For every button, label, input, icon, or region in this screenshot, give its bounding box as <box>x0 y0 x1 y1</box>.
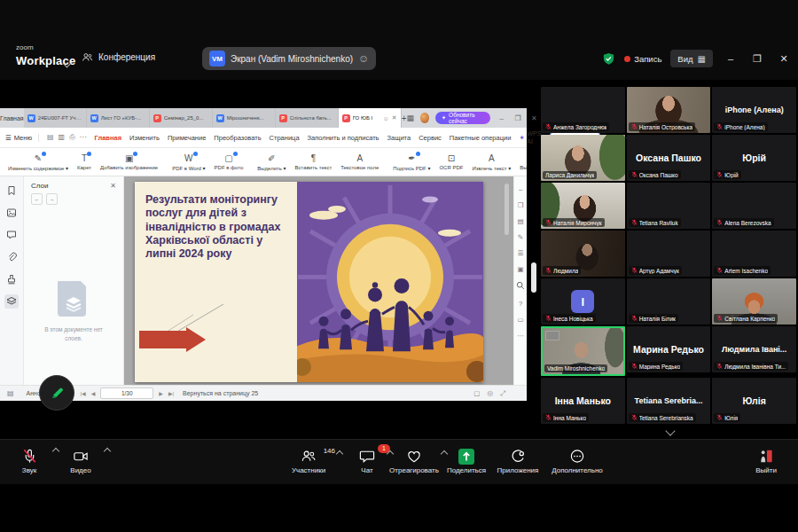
wps-doc-tab-5[interactable]: PГО ЮБ І☺✕ <box>339 108 402 128</box>
page-number-field[interactable]: 1/30 <box>100 387 153 399</box>
wps-doc-tab-3[interactable]: WМірошниченк... <box>213 108 276 128</box>
smiley-icon[interactable]: ☺ <box>383 115 389 121</box>
attachment-icon[interactable] <box>4 250 19 264</box>
wps-doc-tab-0[interactable]: W24EU007-FT Учу... <box>24 108 87 128</box>
more-icon[interactable]: ⋯ <box>517 332 524 340</box>
search-icon[interactable] <box>516 281 525 292</box>
export-icon[interactable]: ▤ <box>517 217 523 225</box>
wps-doc-tab-4[interactable]: PСпільнота бать... <box>276 108 339 128</box>
wps-doc-tab-2[interactable]: PСемінар_25_0... <box>150 108 213 128</box>
participant-tile-5[interactable]: ЮрійЮрій <box>712 135 796 181</box>
save-icon[interactable]: ▥ <box>59 133 66 142</box>
participant-tile-13[interactable]: Наталія Білик <box>627 278 711 325</box>
wps-main-menu-button[interactable]: ☰ Меню <box>5 134 39 142</box>
comment-icon[interactable] <box>4 228 19 242</box>
comment-icon[interactable]: ▭ <box>517 316 523 324</box>
settings-icon[interactable]: ☰ <box>518 249 524 257</box>
panel-resize-handle[interactable] <box>531 262 536 293</box>
video-options-caret[interactable] <box>104 448 111 455</box>
participant-tile-2[interactable]: iPhone (Алена)iPhone (Алена) <box>712 87 796 133</box>
leave-meeting-button[interactable]: Выйти <box>743 446 789 474</box>
menu-item-1[interactable]: Изменить <box>129 134 160 142</box>
wps-close-button[interactable]: ✕ <box>529 114 539 122</box>
more-button[interactable]: Дополнительно <box>543 446 612 474</box>
react-button[interactable]: Отреагировать <box>383 446 445 474</box>
wps-maximize-button[interactable]: ❐ <box>512 114 522 122</box>
stamp-icon[interactable] <box>4 272 19 286</box>
autoscroll-icon[interactable]: ◎ <box>487 389 493 398</box>
thumbnails-icon[interactable] <box>4 206 19 220</box>
menu-item-8[interactable]: Пакетные операции <box>450 134 512 142</box>
participant-tile-3[interactable]: Лариса Данильчук <box>541 135 625 181</box>
menu-item-7[interactable]: Сервис <box>419 134 442 142</box>
participant-tile-20[interactable]: ЮліяЮлія <box>712 378 796 424</box>
document-scrollbar[interactable] <box>505 184 509 235</box>
audio-button[interactable]: Звук <box>7 446 51 474</box>
next-page-icon[interactable]: ▶ <box>159 390 163 396</box>
ocr-button[interactable]: ⊡OCR PDF <box>434 153 467 170</box>
participants-button[interactable]: 146 Участники <box>280 446 337 474</box>
highlight-button[interactable]: ✐Выделить ▾ <box>253 153 290 171</box>
caret-button[interactable]: TКарет <box>73 153 96 170</box>
text-box-button[interactable]: AТекстовое поле <box>336 153 383 170</box>
annotation-mode-icon[interactable]: ▤ <box>7 389 14 397</box>
participant-tile-18[interactable]: Інна МанькоІнна Манько <box>541 378 625 424</box>
view-button[interactable]: Вид ▦ <box>670 50 713 67</box>
minimize-button[interactable]: – <box>722 53 739 64</box>
share-screen-button[interactable]: Поделиться <box>440 446 493 474</box>
bookmark-icon[interactable] <box>4 184 19 198</box>
last-page-icon[interactable]: ▶| <box>168 390 174 396</box>
pdf-document-area[interactable]: Результати моніторингу послуг для дітей … <box>124 176 513 385</box>
collapse-layers-icon[interactable]: ¬ <box>46 193 58 205</box>
edit-content-button[interactable]: ✎Изменить содержимое ▾ <box>4 153 73 171</box>
annotation-pen-button[interactable] <box>39 375 74 411</box>
participant-tile-11[interactable]: Artem Isachenko <box>712 231 796 277</box>
single-page-icon[interactable]: ▢ <box>473 389 480 398</box>
print-icon[interactable]: ⎙ <box>69 133 74 142</box>
pen-icon[interactable]: ✎ <box>518 233 523 241</box>
meeting-info-tab[interactable]: Конференция <box>82 51 155 63</box>
participant-tile-1[interactable]: Наталія Островська <box>627 87 711 133</box>
layers-icon[interactable] <box>4 294 19 309</box>
chat-button[interactable]: 1 Чат <box>348 446 387 474</box>
video-button[interactable]: Видео <box>59 446 103 474</box>
account-avatar[interactable] <box>420 113 429 123</box>
participant-tile-16[interactable]: Марина РедькоМарина Редько <box>627 326 711 372</box>
close-icon[interactable]: ✕ <box>110 182 116 190</box>
screen-share-pill[interactable]: VM Экран (Vadim Miroshnichenko) ☺ <box>202 47 376 70</box>
shield-check-icon[interactable] <box>602 52 615 66</box>
pdf-to-word-button[interactable]: WPDF в Word ▾ <box>168 153 209 171</box>
recording-indicator[interactable]: Запись <box>624 54 661 64</box>
update-now-button[interactable]: ✦ Обновить сейчас <box>435 112 491 124</box>
menu-item-2[interactable]: Примечание <box>168 134 206 142</box>
more-icon[interactable]: ⋯ <box>80 133 87 142</box>
participant-tile-12[interactable]: ІІнеса Новіцька <box>541 278 625 325</box>
sign-pdf-button[interactable]: ✒Подпись PDF ▾ <box>388 153 434 171</box>
back-to-page-link[interactable]: Вернуться на страницу 25 <box>183 390 258 396</box>
menu-item-5[interactable]: Заполнить и подписать <box>308 134 379 142</box>
participant-tile-15[interactable]: Vadim Miroshnichenko <box>541 326 625 376</box>
insert-text-button[interactable]: ¶Вставить текст <box>291 153 337 170</box>
menu-item-3[interactable]: Преобразовать <box>214 134 261 142</box>
wps-home-tab[interactable]: Главная <box>0 108 24 128</box>
participant-tile-7[interactable]: Tetiana Ravliuk <box>627 183 711 229</box>
participants-options-caret[interactable] <box>336 450 343 458</box>
participant-tile-8[interactable]: Alena Berezovska <box>712 183 796 229</box>
close-button[interactable]: ✕ <box>775 53 793 65</box>
minimize-icon[interactable]: – <box>519 185 522 193</box>
save-icon[interactable]: ▣ <box>517 265 523 273</box>
participant-tile-0[interactable]: Анжела Загороднюк <box>541 87 625 133</box>
wps-minimize-button[interactable]: – <box>497 114 506 122</box>
participant-tile-19[interactable]: Tetiana Serebria...Tetiana Serebrianska <box>627 378 711 424</box>
wps-doc-tab-1[interactable]: WЛист ГО «КУБ-... <box>87 108 150 128</box>
fullscreen-icon[interactable]: ⤢ <box>500 389 505 398</box>
participant-tile-17[interactable]: Людмила Івані...Людмила Іванівна Ти... <box>712 326 796 372</box>
open-window-icon[interactable]: ❐ <box>518 201 524 209</box>
participant-tile-4[interactable]: Оксана ПашкоОксана Пашко <box>627 135 711 181</box>
wps-ai-button[interactable]: ✦ WPS AI <box>519 129 542 145</box>
scroll-participants-button[interactable] <box>656 426 685 438</box>
participant-tile-9[interactable]: Людмила <box>541 231 625 277</box>
add-image-button[interactable]: ▣Добавить изображение <box>96 153 162 170</box>
apps-grid-icon[interactable]: ▦ <box>407 113 415 122</box>
first-page-icon[interactable]: |◀ <box>80 390 85 396</box>
